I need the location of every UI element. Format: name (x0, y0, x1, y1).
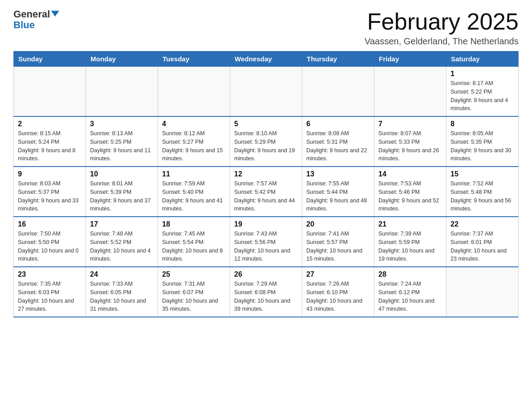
calendar-day-cell: 26Sunrise: 7:29 AMSunset: 6:08 PMDayligh… (230, 267, 302, 317)
day-info: Sunrise: 8:01 AMSunset: 5:39 PMDaylight:… (90, 180, 154, 213)
day-info: Sunrise: 7:50 AMSunset: 5:50 PMDaylight:… (18, 230, 82, 263)
calendar-day-cell: 25Sunrise: 7:31 AMSunset: 6:07 PMDayligh… (158, 267, 230, 317)
calendar-day-cell: 28Sunrise: 7:24 AMSunset: 6:12 PMDayligh… (374, 267, 446, 317)
calendar-day-cell: 21Sunrise: 7:39 AMSunset: 5:59 PMDayligh… (374, 217, 446, 267)
day-number: 20 (306, 220, 370, 228)
day-number: 27 (306, 270, 370, 278)
calendar-day-cell: 2Sunrise: 8:15 AMSunset: 5:24 PMDaylight… (14, 116, 86, 167)
calendar-day-cell (302, 67, 374, 117)
day-info: Sunrise: 8:08 AMSunset: 5:31 PMDaylight:… (306, 129, 370, 163)
day-of-week-header: Wednesday (230, 51, 302, 67)
title-block: February 2025 Vaassen, Gelderland, The N… (365, 9, 519, 47)
calendar-week-row: 2Sunrise: 8:15 AMSunset: 5:24 PMDaylight… (14, 116, 519, 167)
day-number: 8 (450, 120, 514, 128)
calendar-table: SundayMondayTuesdayWednesdayThursdayFrid… (13, 51, 519, 317)
calendar-day-cell (374, 67, 446, 117)
day-info: Sunrise: 7:48 AMSunset: 5:52 PMDaylight:… (90, 230, 154, 263)
day-of-week-header: Sunday (14, 51, 86, 67)
day-info: Sunrise: 7:59 AMSunset: 5:40 PMDaylight:… (162, 180, 226, 213)
day-number: 1 (450, 70, 514, 78)
day-of-week-header: Thursday (302, 51, 374, 67)
day-number: 7 (378, 120, 442, 128)
day-info: Sunrise: 8:03 AMSunset: 5:37 PMDaylight:… (18, 180, 82, 213)
calendar-day-cell: 4Sunrise: 8:12 AMSunset: 5:27 PMDaylight… (158, 116, 230, 167)
day-of-week-header: Tuesday (158, 51, 230, 67)
day-of-week-header: Friday (374, 51, 446, 67)
calendar-day-cell: 20Sunrise: 7:41 AMSunset: 5:57 PMDayligh… (302, 217, 374, 267)
calendar-week-row: 16Sunrise: 7:50 AMSunset: 5:50 PMDayligh… (14, 217, 519, 267)
day-info: Sunrise: 8:13 AMSunset: 5:25 PMDaylight:… (90, 129, 154, 163)
day-number: 16 (18, 220, 82, 228)
calendar-day-cell: 3Sunrise: 8:13 AMSunset: 5:25 PMDaylight… (86, 116, 158, 167)
day-info: Sunrise: 7:41 AMSunset: 5:57 PMDaylight:… (306, 230, 370, 263)
day-info: Sunrise: 7:55 AMSunset: 5:44 PMDaylight:… (306, 180, 370, 213)
calendar-day-cell (86, 67, 158, 117)
calendar-day-cell: 27Sunrise: 7:26 AMSunset: 6:10 PMDayligh… (302, 267, 374, 317)
page-header: General Blue February 2025 Vaassen, Geld… (13, 9, 519, 47)
day-number: 17 (90, 220, 154, 228)
month-title: February 2025 (365, 9, 519, 34)
day-number: 9 (18, 170, 82, 178)
day-number: 28 (378, 270, 442, 278)
day-number: 24 (90, 270, 154, 278)
day-number: 15 (450, 170, 514, 178)
calendar-day-cell: 14Sunrise: 7:53 AMSunset: 5:46 PMDayligh… (374, 167, 446, 217)
day-number: 6 (306, 120, 370, 128)
location-title: Vaassen, Gelderland, The Netherlands (365, 36, 519, 47)
day-info: Sunrise: 7:52 AMSunset: 5:48 PMDaylight:… (450, 180, 514, 213)
day-info: Sunrise: 7:26 AMSunset: 6:10 PMDaylight:… (306, 280, 370, 313)
day-number: 5 (234, 120, 298, 128)
day-info: Sunrise: 7:37 AMSunset: 6:01 PMDaylight:… (450, 230, 514, 263)
calendar-week-row: 23Sunrise: 7:35 AMSunset: 6:03 PMDayligh… (14, 267, 519, 317)
calendar-day-cell: 10Sunrise: 8:01 AMSunset: 5:39 PMDayligh… (86, 167, 158, 217)
day-number: 23 (18, 270, 82, 278)
day-info: Sunrise: 7:24 AMSunset: 6:12 PMDaylight:… (378, 280, 442, 313)
calendar-day-cell: 12Sunrise: 7:57 AMSunset: 5:42 PMDayligh… (230, 167, 302, 217)
day-info: Sunrise: 7:43 AMSunset: 5:56 PMDaylight:… (234, 230, 298, 263)
day-info: Sunrise: 7:29 AMSunset: 6:08 PMDaylight:… (234, 280, 298, 313)
day-number: 14 (378, 170, 442, 178)
day-info: Sunrise: 7:33 AMSunset: 6:05 PMDaylight:… (90, 280, 154, 313)
day-info: Sunrise: 7:35 AMSunset: 6:03 PMDaylight:… (18, 280, 82, 313)
logo-blue: Blue (13, 20, 35, 30)
calendar-day-cell: 16Sunrise: 7:50 AMSunset: 5:50 PMDayligh… (14, 217, 86, 267)
day-info: Sunrise: 7:31 AMSunset: 6:07 PMDaylight:… (162, 280, 226, 313)
day-number: 12 (234, 170, 298, 178)
day-info: Sunrise: 7:57 AMSunset: 5:42 PMDaylight:… (234, 180, 298, 213)
calendar-day-cell: 18Sunrise: 7:45 AMSunset: 5:54 PMDayligh… (158, 217, 230, 267)
day-info: Sunrise: 8:17 AMSunset: 5:22 PMDaylight:… (450, 79, 514, 113)
day-info: Sunrise: 7:45 AMSunset: 5:54 PMDaylight:… (162, 230, 226, 263)
day-info: Sunrise: 8:05 AMSunset: 5:35 PMDaylight:… (450, 129, 514, 163)
day-info: Sunrise: 8:15 AMSunset: 5:24 PMDaylight:… (18, 129, 82, 163)
calendar-day-cell: 24Sunrise: 7:33 AMSunset: 6:05 PMDayligh… (86, 267, 158, 317)
day-info: Sunrise: 7:39 AMSunset: 5:59 PMDaylight:… (378, 230, 442, 263)
calendar-day-cell: 19Sunrise: 7:43 AMSunset: 5:56 PMDayligh… (230, 217, 302, 267)
day-number: 10 (90, 170, 154, 178)
calendar-day-cell (158, 67, 230, 117)
day-number: 18 (162, 220, 226, 228)
day-number: 3 (90, 120, 154, 128)
logo: General Blue (13, 9, 59, 30)
calendar-day-cell: 1Sunrise: 8:17 AMSunset: 5:22 PMDaylight… (446, 67, 519, 117)
calendar-week-row: 9Sunrise: 8:03 AMSunset: 5:37 PMDaylight… (14, 167, 519, 217)
logo-triangle-icon (51, 11, 59, 17)
calendar-week-row: 1Sunrise: 8:17 AMSunset: 5:22 PMDaylight… (14, 67, 519, 117)
day-number: 25 (162, 270, 226, 278)
day-number: 22 (450, 220, 514, 228)
day-info: Sunrise: 8:07 AMSunset: 5:33 PMDaylight:… (378, 129, 442, 163)
calendar-day-cell: 22Sunrise: 7:37 AMSunset: 6:01 PMDayligh… (446, 217, 519, 267)
calendar-day-cell (230, 67, 302, 117)
day-number: 4 (162, 120, 226, 128)
calendar-day-cell: 17Sunrise: 7:48 AMSunset: 5:52 PMDayligh… (86, 217, 158, 267)
day-of-week-header: Saturday (446, 51, 519, 67)
day-of-week-header: Monday (86, 51, 158, 67)
calendar-day-cell: 6Sunrise: 8:08 AMSunset: 5:31 PMDaylight… (302, 116, 374, 167)
calendar-day-cell: 5Sunrise: 8:10 AMSunset: 5:29 PMDaylight… (230, 116, 302, 167)
day-info: Sunrise: 8:10 AMSunset: 5:29 PMDaylight:… (234, 129, 298, 163)
calendar-day-cell (446, 267, 519, 317)
day-number: 2 (18, 120, 82, 128)
calendar-day-cell: 11Sunrise: 7:59 AMSunset: 5:40 PMDayligh… (158, 167, 230, 217)
day-number: 13 (306, 170, 370, 178)
calendar-day-cell: 23Sunrise: 7:35 AMSunset: 6:03 PMDayligh… (14, 267, 86, 317)
day-number: 26 (234, 270, 298, 278)
